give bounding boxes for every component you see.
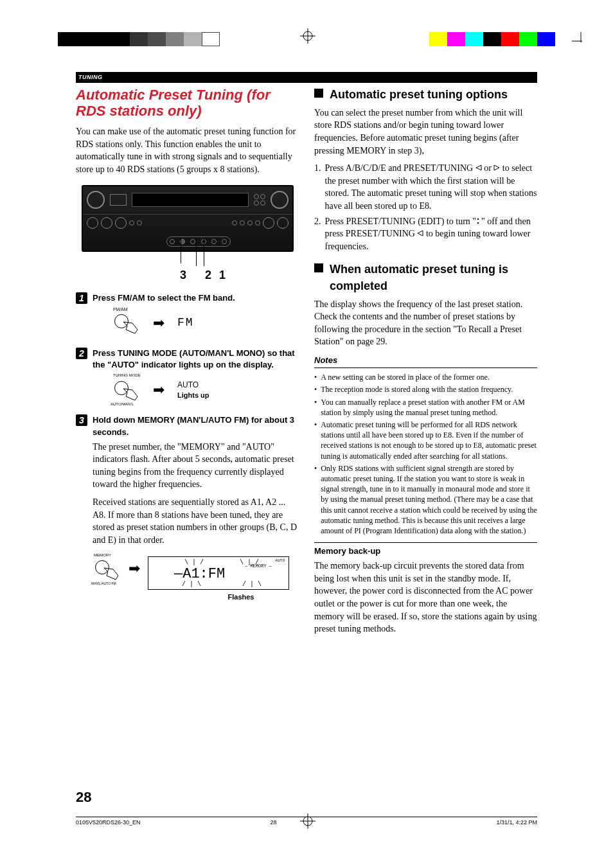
colon-glyph-icon <box>476 218 481 224</box>
svg-point-7 <box>477 218 479 219</box>
step-number: 2 <box>76 348 87 359</box>
flash-caption: Flashes <box>193 592 289 602</box>
registration-cross-icon <box>300 28 315 48</box>
chapter-header: TUNING <box>76 72 537 83</box>
svg-marker-5 <box>476 165 481 170</box>
arrow-right-icon: ➡ <box>153 316 164 330</box>
triangle-left-icon <box>417 230 423 236</box>
grayscale-bar <box>58 32 220 46</box>
device-illustration: 3 21 <box>82 185 294 283</box>
tuning-mode-button-icon: TUNING MODE AUTO/MAN'L <box>112 377 140 403</box>
list-item: Automatic preset tuning will be performe… <box>314 420 537 461</box>
fm-am-button-icon: FM/AM <box>112 310 140 336</box>
arrow-right-icon: ➡ <box>153 383 164 397</box>
step-body-2: Received stations are sequentially store… <box>93 496 299 546</box>
triangle-right-icon <box>493 164 500 171</box>
page-number: 28 <box>76 788 91 808</box>
completed-paragraph: The display shows the frequency of the l… <box>314 298 537 348</box>
step-body: The preset number, the "MEMORY" and "AUT… <box>93 441 299 491</box>
step-3: 3 Hold down MEMORY (MAN'L/AUTO FM) for a… <box>76 414 299 603</box>
footer-timestamp: 1/31/1, 4:22 PM <box>496 819 537 827</box>
memory-backup-paragraph: The memory back-up circuit prevents the … <box>314 560 537 635</box>
color-bar <box>429 32 555 46</box>
lcd-caption: Lights up <box>177 391 209 400</box>
step-1: 1 Press FM/AM to select the FM band. FM/… <box>76 292 299 339</box>
left-column: Automatic Preset Tuning (for RDS station… <box>76 87 299 641</box>
step-title: Hold down MEMORY (MAN'L/AUTO FM) for abo… <box>93 414 299 438</box>
step-title: Press FM/AM to select the FM band. <box>93 292 299 304</box>
list-item: 1.Press A/B/C/D/E and PRESET/TUNING or t… <box>314 162 537 212</box>
options-list: 1.Press A/B/C/D/E and PRESET/TUNING or t… <box>314 162 537 252</box>
notes-heading: Notes <box>314 355 537 368</box>
list-item: You can manually replace a preset statio… <box>314 397 537 418</box>
lcd-display-box: \ | / \ | / / | \ / | \ AUTO — MEMORY — … <box>148 556 289 590</box>
page-content: TUNING Automatic Preset Tuning (for RDS … <box>76 72 537 641</box>
step-number: 3 <box>76 414 87 426</box>
notes-list: A new setting can be stored in place of … <box>314 372 537 536</box>
subheading-completed: When automatic preset tuning is complete… <box>314 261 537 294</box>
list-item: Only RDS stations with sufficient signal… <box>314 463 537 536</box>
section-title: Automatic Preset Tuning (for RDS station… <box>76 87 299 120</box>
step-title: Press TUNING MODE (AUTO/MAN'L MONO) so t… <box>93 348 299 371</box>
right-column: Automatic preset tuning options You can … <box>314 87 537 641</box>
options-intro: You can select the preset number from wh… <box>314 107 537 157</box>
triangle-left-icon <box>475 164 482 171</box>
memory-button-icon: MEMORY MAN'L/AUTO FM <box>93 556 121 582</box>
registration-cross-icon <box>300 813 315 833</box>
svg-marker-9 <box>418 231 423 236</box>
crop-mark-icon <box>572 32 590 54</box>
subheading-options: Automatic preset tuning options <box>314 87 537 103</box>
callout-numbers: 3 21 <box>82 267 294 283</box>
printer-registration-marks <box>0 32 613 51</box>
step-2: 2 Press TUNING MODE (AUTO/MAN'L MONO) so… <box>76 348 299 405</box>
lcd-display: AUTO <box>177 380 209 391</box>
memory-backup-heading: Memory back-up <box>314 542 537 557</box>
svg-marker-6 <box>494 165 499 170</box>
footer-filename: 0105V520RDS26-30_EN <box>76 819 141 827</box>
step-number: 1 <box>76 292 87 304</box>
list-item: 2.Press PRESET/TUNING (EDIT) to turn "" … <box>314 215 537 253</box>
intro-paragraph: You can make use of the automatic preset… <box>76 125 299 175</box>
footer-pagenum: 28 <box>271 819 367 827</box>
list-item: A new setting can be stored in place of … <box>314 372 537 382</box>
list-item: The reception mode is stored along with … <box>314 384 537 394</box>
arrow-right-icon: ➡ <box>129 562 140 576</box>
svg-point-8 <box>477 222 479 223</box>
lcd-display: FM <box>177 315 194 331</box>
